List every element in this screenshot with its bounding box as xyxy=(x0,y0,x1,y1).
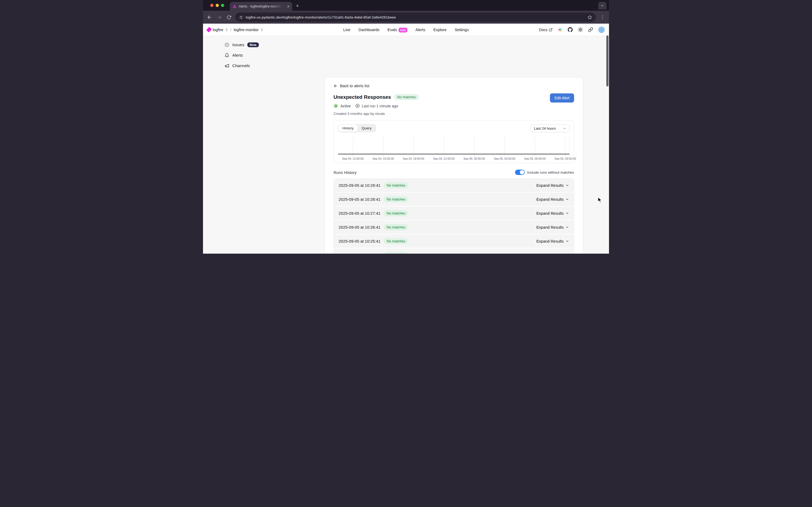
run-row[interactable]: 2025-09-05 at 10:24:41 No matches Expand… xyxy=(334,248,574,253)
close-window-button[interactable] xyxy=(210,4,213,7)
expand-results-button[interactable]: Expand Results xyxy=(536,211,569,216)
new-tab-button[interactable]: + xyxy=(296,3,299,9)
expand-results-button[interactable]: Expand Results xyxy=(536,239,569,243)
theme-sun-icon[interactable] xyxy=(578,27,583,32)
browser-toolbar: logfire-us.pydantic.dev/logfire/logfire-… xyxy=(203,11,609,23)
run-timestamp: 2025-09-05 at 10:26:41 xyxy=(339,225,380,229)
sidebar: Issues Beta Alerts Channels xyxy=(224,42,305,74)
org-switcher-chevrons-icon[interactable] xyxy=(225,28,228,32)
breadcrumb: logfire / logfire-monitor xyxy=(207,27,263,32)
url-text[interactable]: logfire-us.pydantic.dev/logfire/logfire-… xyxy=(246,15,585,19)
run-row[interactable]: 2025-09-05 at 10:25:41 No matches Expand… xyxy=(334,235,574,248)
docs-link[interactable]: Docs xyxy=(539,27,553,32)
include-runs-toggle-label: Include runs without matches xyxy=(527,170,574,174)
x-tick-label: Sep 04, 15:00:00 xyxy=(366,157,400,160)
nav-settings[interactable]: Settings xyxy=(454,27,469,32)
page-scrollbar-thumb[interactable] xyxy=(606,36,608,87)
x-tick-label: Sep 05, 06:00:00 xyxy=(518,157,552,160)
expand-results-button[interactable]: Expand Results xyxy=(536,225,569,229)
run-row[interactable]: 2025-09-05 at 10:28:41 No matches Expand… xyxy=(334,193,574,207)
site-settings-icon[interactable] xyxy=(239,15,243,19)
runs-list: 2025-09-05 at 10:29:41 No matches Expand… xyxy=(333,178,574,253)
browser-tab[interactable]: Alerts · logfire/logfire-monitor × xyxy=(230,2,292,11)
back-button[interactable] xyxy=(206,14,213,20)
tab-history[interactable]: History xyxy=(338,124,358,132)
tab-close-icon[interactable]: × xyxy=(287,4,289,8)
sidebar-item-label: Issues xyxy=(232,42,245,47)
nav-evals[interactable]: Evalsbeta xyxy=(387,27,408,32)
x-axis-labels: Sep 04, 12:00:00 Sep 04, 15:00:00 Sep 04… xyxy=(338,157,570,161)
chevron-down-icon xyxy=(565,212,569,215)
zoom-window-button[interactable] xyxy=(221,4,224,7)
run-row[interactable]: 2025-09-05 at 10:27:41 No matches Expand… xyxy=(334,207,574,221)
expand-results-button[interactable]: Expand Results xyxy=(536,197,569,202)
runs-history-title: Runs History xyxy=(333,170,357,175)
tab-title: Alerts · logfire/logfire-monitor xyxy=(239,5,282,8)
run-status-badge: No matches xyxy=(384,182,408,188)
issue-seal-icon xyxy=(224,42,229,47)
run-timestamp: 2025-09-05 at 10:29:41 xyxy=(339,183,380,187)
project-switcher-chevrons-icon[interactable] xyxy=(261,28,263,32)
run-timestamp: 2025-09-05 at 10:25:41 xyxy=(339,239,380,243)
expand-results-button[interactable]: Expand Results xyxy=(536,253,569,254)
x-tick-label: Sep 05, 03:00:00 xyxy=(487,157,522,160)
address-bar[interactable]: logfire-us.pydantic.dev/logfire/logfire-… xyxy=(235,13,596,22)
alert-detail-card: Back to alerts list Unexpected Responses… xyxy=(324,77,583,253)
bookmark-star-icon[interactable] xyxy=(588,15,592,19)
include-runs-toggle[interactable] xyxy=(515,170,525,175)
github-icon[interactable] xyxy=(567,27,573,32)
screen: Alerts · logfire/logfire-monitor × + log… xyxy=(203,0,609,253)
history-chart xyxy=(338,136,570,154)
main-nav: Live Dashboards Evalsbeta Alerts Explore… xyxy=(343,27,469,32)
x-tick-label: Sep 05, 00:00:00 xyxy=(457,157,492,160)
forward-button[interactable] xyxy=(216,14,222,20)
slack-icon[interactable] xyxy=(558,27,562,32)
back-to-alerts-link[interactable]: Back to alerts list xyxy=(333,84,574,88)
evals-beta-badge: beta xyxy=(399,27,408,33)
project-switcher[interactable]: logfire-monitor xyxy=(234,27,259,32)
time-range-select[interactable]: Last 24 hours xyxy=(530,124,570,132)
arrow-left-icon xyxy=(333,84,338,88)
history-panel: History Query Last 24 hours xyxy=(333,120,574,163)
run-row[interactable]: 2025-09-05 at 10:29:41 No matches Expand… xyxy=(334,179,574,193)
mouse-cursor xyxy=(598,197,604,204)
play-circle-icon xyxy=(355,104,360,108)
expand-results-button[interactable]: Expand Results xyxy=(536,183,569,187)
logfire-favicon xyxy=(232,4,236,8)
tab-search-button[interactable] xyxy=(598,2,606,9)
tab-query[interactable]: Query xyxy=(358,124,376,132)
chevron-down-icon xyxy=(601,4,604,7)
run-status-badge: No matches xyxy=(384,196,408,203)
browser-tabstrip: Alerts · logfire/logfire-monitor × + xyxy=(203,0,609,11)
chevron-down-icon xyxy=(565,225,569,229)
minimize-window-button[interactable] xyxy=(216,4,219,7)
created-by: Created 3 months ago by nicola xyxy=(333,112,574,116)
issues-beta-badge: Beta xyxy=(247,42,259,47)
bell-icon xyxy=(224,53,229,58)
edit-alert-button[interactable]: Edit Alert xyxy=(550,94,574,103)
sidebar-item-alerts[interactable]: Alerts xyxy=(224,53,305,58)
sidebar-item-channels[interactable]: Channels xyxy=(224,63,305,68)
active-indicator-icon xyxy=(333,104,338,108)
org-switcher[interactable]: logfire xyxy=(213,27,223,32)
window-controls[interactable] xyxy=(210,4,224,7)
run-status-badge: No matches xyxy=(384,252,408,253)
nav-alerts[interactable]: Alerts xyxy=(416,27,425,32)
x-tick-label: Sep 04, 18:00:00 xyxy=(396,157,431,160)
chevron-down-icon xyxy=(565,183,569,187)
active-label: Active xyxy=(340,104,351,108)
browser-menu-icon[interactable]: ⋮ xyxy=(599,14,606,20)
sidebar-item-issues[interactable]: Issues Beta xyxy=(224,42,305,47)
user-avatar[interactable]: - xyxy=(598,26,605,33)
run-timestamp: 2025-09-05 at 10:27:41 xyxy=(339,211,380,216)
share-link-icon[interactable] xyxy=(588,27,593,32)
nav-explore[interactable]: Explore xyxy=(433,27,446,32)
run-status-badge: No matches xyxy=(384,210,408,216)
run-row[interactable]: 2025-09-05 at 10:26:41 No matches Expand… xyxy=(334,221,574,235)
run-status-badge: No matches xyxy=(384,238,408,244)
nav-live[interactable]: Live xyxy=(343,27,350,32)
nav-dashboards[interactable]: Dashboards xyxy=(359,27,379,32)
chevron-down-icon xyxy=(565,239,569,243)
last-run-label: Last run 1 minute ago xyxy=(362,104,398,108)
reload-button[interactable] xyxy=(225,14,232,20)
